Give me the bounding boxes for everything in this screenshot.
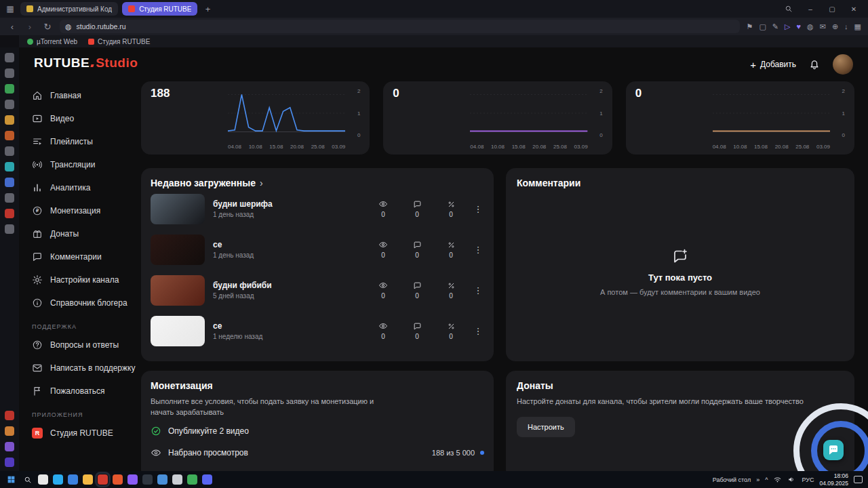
avatar[interactable]	[833, 54, 853, 75]
globe-extension-icon[interactable]: ◍	[807, 22, 814, 31]
taskbar-app-icon[interactable]	[142, 474, 153, 485]
sidebar-item-analytics[interactable]: Аналитика	[26, 176, 130, 199]
favorites-heart-icon[interactable]: ♥	[797, 22, 802, 30]
clock[interactable]: 18:06 04.09.2025	[819, 472, 848, 487]
sidebar-item-videos[interactable]: Видео	[26, 107, 130, 130]
browser-tab-admin[interactable]: Административный Код	[20, 2, 118, 16]
flag-extension-icon[interactable]: ⚑	[747, 22, 753, 31]
video-thumbnail[interactable]	[151, 275, 205, 306]
support-chat-button[interactable]	[823, 440, 844, 460]
taskbar-search-icon[interactable]	[22, 474, 33, 485]
panel-app-icon[interactable]	[5, 458, 14, 467]
bookmark-utorrent[interactable]: µTorrent Web	[27, 38, 77, 45]
panel-extension-icon[interactable]: ▢	[759, 22, 766, 31]
taskbar-app-icon[interactable]	[157, 474, 167, 485]
panel-app-icon[interactable]	[5, 146, 14, 156]
comments-empty-state: Тут пока пусто А потом — будут комментар…	[506, 248, 854, 296]
stat-card-third[interactable]: 0 210 04.0810.0815.0820.0825.0803.09	[626, 81, 854, 155]
browser-menu-icon[interactable]: ▦	[4, 3, 16, 15]
refresh-icon[interactable]: ↻	[42, 22, 53, 32]
bookmark-rutube-studio[interactable]: Студия RUTUBE	[88, 38, 150, 45]
panel-app-icon[interactable]	[5, 178, 14, 187]
panel-app-icon[interactable]	[5, 115, 14, 125]
taskbar-app-icon[interactable]	[38, 474, 48, 485]
panel-app-icon[interactable]	[5, 209, 14, 218]
taskbar-app-icon[interactable]	[68, 474, 78, 485]
sidebar-item-studio-app[interactable]: RСтудия RUTUBE	[26, 422, 130, 445]
panel-app-icon[interactable]	[5, 84, 14, 94]
video-thumbnail[interactable]	[151, 316, 205, 346]
volume-icon[interactable]	[787, 475, 796, 484]
panel-app-icon[interactable]	[5, 53, 14, 62]
toolbar-expand-icon[interactable]: »	[756, 476, 760, 483]
video-menu-button[interactable]: ⋮	[472, 204, 484, 214]
sidebar-item-monetization[interactable]: Монетизация	[26, 199, 130, 222]
add-extension-icon[interactable]: ⊕	[832, 22, 838, 31]
taskbar-app-icon[interactable]	[113, 474, 123, 485]
taskbar-app-icon[interactable]	[202, 474, 212, 485]
taskbar-app-icon[interactable]	[53, 474, 63, 485]
notification-center-icon[interactable]	[854, 476, 863, 483]
taskbar-app-icon-active[interactable]	[98, 474, 108, 485]
panel-app-icon[interactable]	[5, 193, 14, 203]
video-row[interactable]: се 1 день назад 0 0 0 ⋮	[151, 229, 484, 270]
video-row[interactable]: будни шерифа 1 день назад 0 0 0 ⋮	[151, 188, 484, 229]
taskbar-app-icon[interactable]	[127, 474, 138, 485]
sidebar-item-blogger-guide[interactable]: Справочник блогера	[26, 291, 130, 314]
downloads-icon[interactable]: ↓	[844, 22, 848, 30]
sidebar-item-donations[interactable]: Донаты	[26, 222, 130, 245]
sidebar-item-home[interactable]: Главная	[26, 84, 130, 107]
start-button[interactable]	[5, 474, 17, 485]
add-button[interactable]: + Добавить	[750, 60, 796, 70]
window-maximize-button[interactable]: ▢	[822, 1, 842, 17]
apps-grid-icon[interactable]: ▦	[854, 22, 861, 31]
panel-app-icon[interactable]	[5, 426, 14, 436]
sidebar-item-broadcasts[interactable]: Трансляции	[26, 153, 130, 176]
panel-app-icon[interactable]	[5, 131, 14, 140]
tray-chevron-icon[interactable]: ^	[765, 476, 768, 483]
video-menu-button[interactable]: ⋮	[472, 285, 484, 296]
language-indicator[interactable]: РУС	[802, 476, 814, 483]
video-thumbnail[interactable]	[151, 235, 205, 265]
panel-app-icon[interactable]	[5, 411, 14, 420]
sidebar-item-playlists[interactable]: Плейлисты	[26, 130, 130, 153]
sidebar-item-faq[interactable]: Вопросы и ответы	[26, 333, 130, 357]
taskbar-app-icon[interactable]	[172, 474, 182, 485]
tab-search-icon[interactable]	[778, 1, 799, 17]
window-close-button[interactable]: ✕	[844, 1, 864, 17]
panel-app-icon[interactable]	[5, 442, 14, 451]
video-row[interactable]: будни фибиби 5 дней назад 0 0 0 ⋮	[151, 270, 484, 310]
sidebar-item-channel-settings[interactable]: Настройки канала	[26, 268, 130, 291]
taskbar-app-icon[interactable]	[187, 474, 197, 485]
chart-plot	[713, 91, 830, 136]
configure-donations-button[interactable]: Настроить	[517, 417, 575, 437]
network-icon[interactable]	[773, 475, 782, 484]
video-menu-button[interactable]: ⋮	[472, 245, 484, 255]
recent-uploads-title[interactable]: Недавно загруженные ›	[151, 178, 484, 188]
stat-card-second[interactable]: 0 210 04.0810.0815.0820.0825.0803.09	[383, 81, 612, 155]
panel-app-icon[interactable]	[5, 68, 14, 78]
desktop-toolbar-label[interactable]: Рабочий стол	[713, 476, 751, 483]
sidebar-item-report[interactable]: Пожаловаться	[26, 380, 130, 403]
panel-app-icon[interactable]	[5, 100, 14, 109]
video-row[interactable]: се 1 неделю назад 0 0 0 ⋮	[151, 310, 484, 351]
taskbar-app-icon[interactable]	[83, 474, 93, 485]
rutube-studio-logo[interactable]: RUTUBE Studio	[34, 56, 138, 74]
notifications-bell-icon[interactable]	[808, 58, 821, 70]
browser-tab-rutube-studio[interactable]: Студия RUTUBE	[122, 2, 197, 16]
edit-extension-icon[interactable]: ✎	[772, 22, 778, 31]
mail-extension-icon[interactable]: ✉	[820, 22, 826, 31]
panel-app-icon[interactable]	[5, 162, 14, 171]
back-icon[interactable]: ‹	[7, 22, 18, 32]
sidebar-item-write-support[interactable]: Написать в поддержку	[26, 357, 130, 380]
window-minimize-button[interactable]: –	[800, 1, 821, 17]
play-extension-icon[interactable]: ▷	[785, 22, 790, 31]
sidebar-item-comments[interactable]: Комментарии	[26, 245, 130, 268]
panel-app-icon[interactable]	[5, 224, 14, 234]
video-thumbnail[interactable]	[151, 194, 205, 224]
video-menu-button[interactable]: ⋮	[472, 326, 484, 336]
address-bar[interactable]: ◍ studio.rutube.ru	[60, 20, 740, 33]
forward-icon[interactable]: ›	[24, 22, 35, 32]
new-tab-button[interactable]: +	[201, 3, 214, 15]
stat-card-views[interactable]: 188 210 04.0810.0815.0820.0825.0803.09	[141, 81, 370, 155]
